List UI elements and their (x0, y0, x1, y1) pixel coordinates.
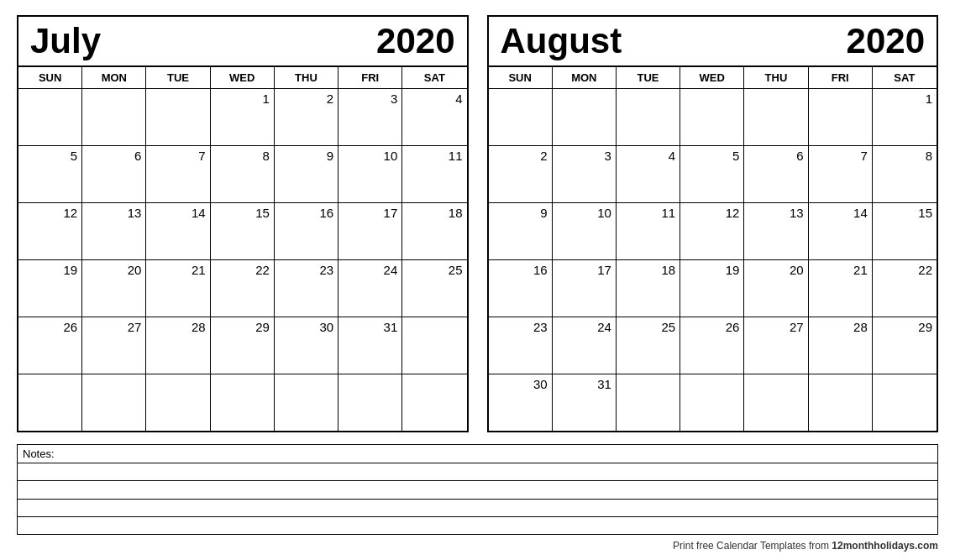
day-cell: 23 (489, 317, 553, 374)
notes-label-row: Notes: (18, 445, 937, 463)
notes-line-4 (18, 517, 937, 534)
day-cell (275, 374, 338, 431)
day-cell: 25 (617, 317, 680, 374)
day-cell: 4 (402, 89, 466, 145)
day-cell: 12 (680, 203, 744, 259)
july-grid: SUN MON TUE WED THU FRI SAT 123456789101… (18, 67, 467, 431)
week-row: 567891011 (18, 146, 467, 203)
day-cell: 20 (744, 260, 808, 317)
day-cell: 18 (617, 260, 680, 317)
july-header-fri: FRI (338, 67, 402, 88)
august-header-mon: MON (553, 67, 617, 88)
day-cell: 28 (809, 317, 873, 374)
august-header-wed: WED (680, 67, 744, 88)
day-cell: 5 (680, 146, 744, 202)
july-header-sun: SUN (18, 67, 82, 88)
notes-line-3 (18, 500, 937, 517)
day-cell (680, 374, 744, 431)
calendars-container: July 2020 SUN MON TUE WED THU FRI SAT 12… (17, 15, 938, 432)
week-row: 1234 (18, 89, 467, 146)
day-cell (18, 89, 82, 145)
day-cell: 19 (680, 260, 744, 317)
day-cell: 22 (211, 260, 275, 317)
day-cell: 14 (809, 203, 873, 259)
day-cell: 15 (873, 203, 937, 259)
week-row: 1 (489, 89, 937, 146)
august-header-sun: SUN (489, 67, 553, 88)
day-cell: 16 (275, 203, 338, 259)
day-cell: 3 (553, 146, 617, 202)
july-day-headers: SUN MON TUE WED THU FRI SAT (18, 67, 467, 89)
week-row: 2345678 (489, 146, 937, 203)
august-header: August 2020 (489, 17, 937, 67)
day-cell: 30 (275, 317, 338, 374)
day-cell (211, 374, 275, 431)
day-cell: 2 (489, 146, 553, 202)
day-cell: 10 (553, 203, 617, 259)
footer-link: 12monthholidays.com (832, 540, 938, 552)
day-cell (146, 89, 210, 145)
day-cell: 29 (873, 317, 937, 374)
august-header-fri: FRI (809, 67, 873, 88)
day-cell: 29 (211, 317, 275, 374)
day-cell: 2 (275, 89, 338, 145)
day-cell: 1 (873, 89, 937, 145)
day-cell: 1 (211, 89, 275, 145)
day-cell: 6 (744, 146, 808, 202)
day-cell (873, 374, 937, 431)
day-cell (489, 89, 553, 145)
day-cell: 7 (809, 146, 873, 202)
day-cell: 16 (489, 260, 553, 317)
july-weeks: 1234567891011121314151617181920212223242… (18, 89, 467, 431)
week-row: 16171819202122 (489, 260, 937, 317)
august-header-sat: SAT (873, 67, 937, 88)
day-cell (82, 89, 146, 145)
day-cell: 27 (744, 317, 808, 374)
july-header-mon: MON (82, 67, 146, 88)
august-header-tue: TUE (617, 67, 680, 88)
august-grid: SUN MON TUE WED THU FRI SAT 123456789101… (489, 67, 937, 431)
day-cell (809, 374, 873, 431)
day-cell: 25 (402, 260, 466, 317)
july-header: July 2020 (18, 17, 467, 67)
day-cell (680, 89, 744, 145)
july-header-wed: WED (211, 67, 275, 88)
july-calendar: July 2020 SUN MON TUE WED THU FRI SAT 12… (17, 15, 469, 432)
week-row: 23242526272829 (489, 317, 937, 374)
day-cell: 11 (402, 146, 466, 202)
day-cell (809, 89, 873, 145)
day-cell: 8 (873, 146, 937, 202)
day-cell (82, 374, 146, 431)
july-year-label: 2020 (376, 24, 454, 59)
august-header-thu: THU (744, 67, 808, 88)
day-cell (18, 374, 82, 431)
day-cell (617, 374, 680, 431)
day-cell (402, 374, 466, 431)
notes-line-1 (18, 463, 937, 481)
week-row (18, 374, 467, 431)
day-cell: 14 (146, 203, 210, 259)
day-cell: 22 (873, 260, 937, 317)
day-cell: 26 (18, 317, 82, 374)
august-month-label: August (501, 24, 622, 59)
july-month-label: July (30, 24, 101, 59)
week-row: 12131415161718 (18, 203, 467, 260)
day-cell: 8 (211, 146, 275, 202)
week-row: 262728293031 (18, 317, 467, 374)
day-cell (744, 374, 808, 431)
footer-text: Print free Calendar Templates from (673, 540, 832, 552)
day-cell (338, 374, 402, 431)
day-cell: 20 (82, 260, 146, 317)
day-cell (553, 89, 617, 145)
week-row: 9101112131415 (489, 203, 937, 260)
day-cell: 3 (338, 89, 402, 145)
day-cell: 11 (617, 203, 680, 259)
day-cell: 9 (489, 203, 553, 259)
august-year-label: 2020 (847, 24, 925, 59)
day-cell: 21 (146, 260, 210, 317)
day-cell: 10 (338, 146, 402, 202)
notes-line-2 (18, 481, 937, 499)
day-cell: 17 (338, 203, 402, 259)
day-cell: 15 (211, 203, 275, 259)
day-cell: 9 (275, 146, 338, 202)
